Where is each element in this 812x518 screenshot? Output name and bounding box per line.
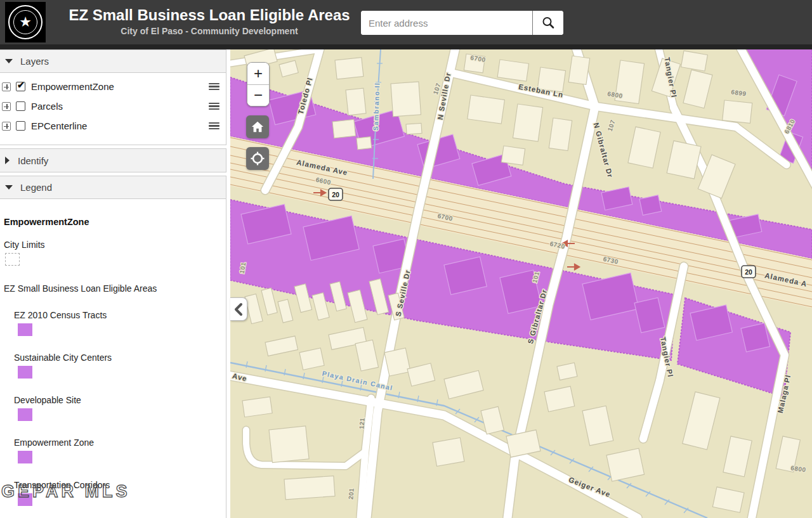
legend-item-swatch (18, 366, 32, 379)
page-title: EZ Small Business Loan Eligible Areas (63, 6, 355, 24)
expand-icon[interactable] (2, 122, 11, 131)
identify-panel-header[interactable]: Identify (0, 149, 226, 172)
search-input[interactable] (361, 11, 532, 35)
expand-icon[interactable] (2, 82, 11, 91)
home-icon (251, 120, 265, 134)
svg-text:20: 20 (332, 191, 339, 198)
legend-panel-header[interactable]: Legend (0, 176, 226, 199)
locate-button[interactable] (246, 147, 269, 170)
legend-item-label: Sustainable City Centers (14, 353, 221, 363)
svg-text:20: 20 (745, 268, 752, 276)
map-canvas[interactable]: 2020 Toledo PlSambrano IlN Seville DrS S… (230, 49, 812, 518)
chevron-down-icon (5, 185, 13, 190)
layer-row-parcels: Parcels (0, 96, 226, 116)
zoom-out-button[interactable]: − (247, 85, 269, 107)
legend-item: Empowerment Zone (13, 437, 221, 463)
legend-item: EZ 2010 Census Tracts (13, 310, 221, 336)
layer-checkbox[interactable] (16, 121, 25, 131)
legend-item: Developable Site (13, 395, 221, 421)
legend-item-label: Empowerment Zone (14, 437, 221, 448)
legend-item: Sustainable City Centers (13, 353, 221, 379)
route-shield: 20 (329, 188, 343, 200)
home-button[interactable] (246, 115, 269, 138)
chevron-left-icon (233, 302, 244, 316)
expand-icon[interactable] (2, 102, 11, 111)
address-search (361, 11, 563, 35)
map-label-address: 201 (347, 488, 355, 500)
legend-city-limits-label: City Limits (4, 240, 221, 250)
layer-menu-icon[interactable] (209, 122, 219, 130)
sidebar-collapse-button[interactable] (230, 297, 247, 321)
layers-panel-header[interactable]: Layers (0, 50, 226, 73)
page-subtitle: City of El Paso - Community Development (63, 26, 355, 36)
layer-row-empowermentzone: EmpowermentZone (0, 77, 226, 96)
map-label-address: 121 (358, 417, 366, 429)
zoom-control: + − (247, 62, 270, 107)
legend-group-title: EZ Small Business Loan Eligible Areas (4, 283, 221, 294)
layer-label: EPCenterline (31, 120, 209, 131)
layer-label: Parcels (31, 101, 209, 112)
chevron-down-icon (5, 59, 13, 63)
app-header: ★ EZ Small Business Loan Eligible Areas … (0, 0, 812, 49)
legend-item-swatch (18, 451, 32, 463)
layer-checkbox[interactable] (16, 101, 25, 111)
star-icon: ★ (13, 10, 37, 34)
legend-panel-title: Legend (20, 182, 52, 193)
search-icon (541, 16, 555, 30)
identify-panel-title: Identify (18, 155, 48, 166)
legend-heading: EmpowermentZone (4, 217, 221, 227)
layer-menu-icon[interactable] (209, 103, 219, 110)
sidebar: Layers EmpowermentZone Parcels EPCenterl… (0, 49, 230, 518)
layers-panel: Layers EmpowermentZone Parcels EPCenterl… (0, 49, 226, 145)
locate-icon (250, 151, 265, 166)
layer-checkbox[interactable] (16, 82, 25, 91)
layer-label: EmpowermentZone (31, 81, 209, 92)
legend-item-label: Developable Site (14, 395, 221, 405)
legend-item-swatch (18, 408, 32, 421)
watermark-text: GEPAR MLS (1, 482, 131, 502)
legend-city-limits-swatch (5, 253, 20, 266)
route-shield: 20 (742, 266, 756, 278)
legend-item-swatch (18, 323, 32, 336)
legend-body: EmpowermentZone City Limits EZ Small Bus… (0, 199, 226, 518)
layer-row-epcenterline: EPCenterline (0, 116, 226, 136)
chevron-right-icon (5, 157, 10, 164)
el-paso-city-seal-logo: ★ (5, 2, 46, 42)
legend-item-label: EZ 2010 Census Tracts (14, 310, 221, 320)
layer-menu-icon[interactable] (209, 83, 219, 91)
layers-panel-title: Layers (20, 56, 49, 67)
identify-panel: Identify (0, 148, 226, 172)
zoom-in-button[interactable]: + (247, 63, 269, 85)
legend-panel: Legend EmpowermentZone City Limits EZ Sm… (0, 176, 226, 518)
basemap: 2020 Toledo PlSambrano IlN Seville DrS S… (230, 49, 812, 518)
search-button[interactable] (532, 11, 563, 35)
